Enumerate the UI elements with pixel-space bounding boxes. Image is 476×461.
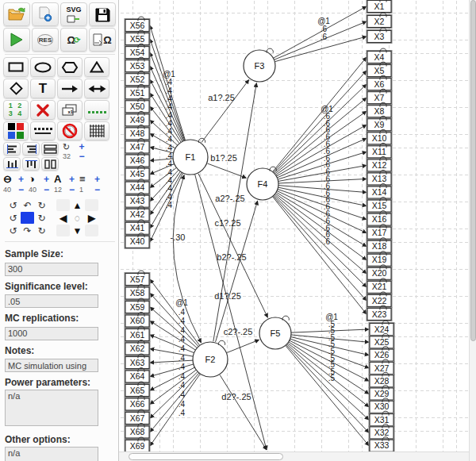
delete-tool[interactable] [30, 100, 56, 120]
indicator-label: X23 [372, 309, 387, 319]
loading-line [278, 187, 367, 206]
diamond-tool[interactable] [3, 79, 29, 98]
loading-line [150, 373, 199, 432]
font-plus-button[interactable]: + [67, 175, 76, 183]
indicator-label: X68 [130, 427, 145, 436]
grid-icon [89, 124, 105, 138]
new-file-icon [38, 6, 52, 22]
distribute-horizontal-button[interactable] [41, 142, 59, 156]
move-pad-corner [56, 225, 70, 236]
export-svg-button[interactable]: SVG [60, 2, 87, 26]
width-icon: ⊖ [3, 174, 17, 184]
structural-path [220, 375, 267, 450]
vertical-scrollbar[interactable] [469, 0, 476, 461]
align-right-button[interactable] [22, 142, 40, 156]
indicator-label: X3 [374, 32, 385, 41]
sample-size-input[interactable] [5, 263, 98, 276]
indicator-label: X16 [372, 214, 387, 224]
notes-input[interactable] [5, 359, 98, 372]
loading-line [274, 194, 367, 274]
font-minus-button[interactable]: − [67, 186, 76, 194]
vertical-scrollbar-thumb[interactable] [470, 0, 476, 341]
width-plus-button[interactable]: + [17, 175, 25, 183]
save-button[interactable] [89, 2, 116, 26]
diagram-canvas[interactable]: a1?.25b1?.25a2?-.25c1?.25b2?-.25d1?.25c2… [119, 0, 476, 461]
align-top-button[interactable] [22, 157, 40, 171]
dotted-line-tool[interactable] [84, 100, 109, 120]
rotate-minus-button[interactable]: − [77, 152, 86, 160]
matrix-tool[interactable]: 1 2 3 4 [3, 100, 29, 120]
rotate-cw-button[interactable]: ↻ [35, 199, 48, 211]
indicator-label: X63 [130, 358, 145, 367]
other-options-input[interactable]: n/a [5, 447, 98, 461]
other-options-label: Other options: [5, 434, 117, 445]
results-button[interactable]: RES [32, 28, 59, 52]
align-bottom-icon [6, 159, 18, 169]
move-up-button[interactable]: ▲ [71, 199, 84, 211]
new-model-button[interactable] [32, 2, 59, 26]
omega-export-button[interactable]: Ω [89, 28, 116, 52]
move-right-button[interactable]: ▶ [85, 212, 98, 224]
grid-toggle-button[interactable] [84, 121, 109, 140]
hexagon-tool[interactable] [57, 57, 83, 77]
move-down-button[interactable]: ▼ [71, 225, 84, 236]
height-plus-button[interactable]: + [42, 175, 51, 183]
width-minus-button[interactable]: − [17, 186, 25, 194]
horizontal-scrollbar-thumb[interactable] [129, 453, 283, 460]
replications-input[interactable] [5, 327, 98, 340]
nudge-controls: ↺ ↶ ↻ ↺ ↻ ↺ ↷ ↻ ▲ ◀ ◌ ▶ ▼ [6, 199, 117, 236]
rectangle-tool[interactable] [3, 57, 29, 77]
loading-line [278, 186, 367, 193]
distribute-vertical-button[interactable] [41, 157, 59, 171]
text-tool[interactable]: T [30, 79, 56, 98]
horizontal-scrollbar[interactable] [119, 451, 469, 461]
rotate-cw2-button[interactable]: ↻ [35, 225, 48, 236]
rotate-up-button[interactable]: ↶ [21, 199, 34, 211]
line-minus-button[interactable]: − [93, 186, 102, 194]
rotate-ccw2-button[interactable]: ↺ [6, 225, 20, 236]
omega-refresh-button[interactable]: Ω⟳ [60, 28, 87, 52]
align-bottom-button[interactable] [3, 157, 21, 171]
rotate-right-button[interactable]: ↻ [35, 212, 48, 224]
refresh-icon: ⟳ [74, 36, 80, 44]
double-arrow-tool[interactable] [84, 79, 109, 98]
loading-line [150, 364, 194, 377]
loading-line [150, 307, 197, 348]
rotate-plus-button[interactable]: + [77, 143, 86, 151]
sample-size-label: Sample Size: [5, 248, 117, 259]
indicator-label: X53 [130, 61, 145, 71]
move-left-button[interactable]: ◀ [56, 212, 70, 224]
arrow-tool[interactable] [57, 79, 83, 98]
indicator-label: X65 [130, 386, 145, 395]
power-parameters-input[interactable]: n/a [5, 390, 98, 426]
triangle-tool[interactable] [84, 57, 109, 77]
rotate-left-button[interactable]: ↺ [6, 212, 20, 224]
line-style-button[interactable] [30, 121, 56, 140]
color-swatches-button[interactable] [3, 121, 29, 140]
path-diagram[interactable]: a1?.25b1?.25a2?-.25c1?.25b2?-.25d1?.25c2… [119, 0, 469, 451]
path-label: c2?-.25 [224, 327, 253, 336]
run-button[interactable] [3, 28, 30, 52]
rotate-center-button[interactable] [21, 212, 34, 224]
font-icon: A [54, 174, 67, 184]
diamond-icon [10, 82, 23, 95]
loading-label: .4 [178, 344, 186, 353]
loading-line [278, 152, 367, 179]
line-plus-button[interactable]: + [93, 175, 102, 183]
rotate-down-button[interactable]: ↷ [21, 225, 34, 236]
factor-label: F4 [258, 179, 268, 189]
ellipse-tool[interactable] [30, 57, 56, 77]
align-top-icon [25, 159, 37, 169]
significance-input[interactable] [5, 294, 98, 308]
svg-label: SVG [66, 6, 81, 13]
export-page-icon [67, 13, 81, 23]
align-left-button[interactable] [3, 142, 21, 156]
arrow-icon [61, 85, 79, 93]
duplicate-tool[interactable]: x1 [57, 100, 83, 120]
height-minus-button[interactable]: − [42, 186, 51, 194]
indicator-label: X20 [372, 268, 387, 278]
indicator-label: X41 [130, 223, 145, 232]
hide-estimates-button[interactable] [57, 121, 83, 140]
rotate-ccw-button[interactable]: ↺ [6, 199, 20, 211]
open-model-button[interactable] [3, 2, 30, 26]
